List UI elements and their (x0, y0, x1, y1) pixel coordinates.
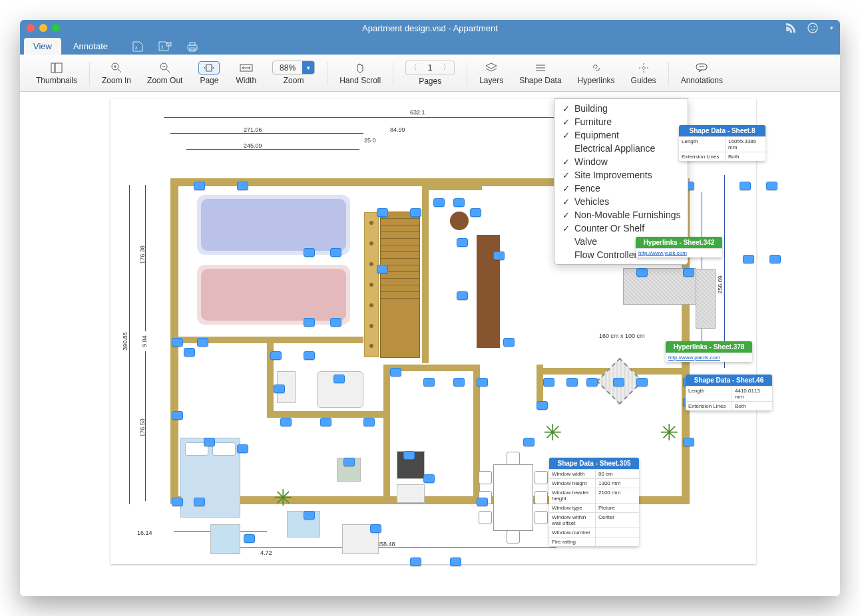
layer-item-vehicles[interactable]: ✓Vehicles (554, 195, 688, 208)
window-title: Apartment design.vsd - Appartment (20, 23, 840, 33)
layer-item-equipment[interactable]: ✓Equipment (554, 128, 688, 142)
plant-icon (543, 424, 563, 444)
pdf-mail-icon[interactable]: λ (158, 41, 172, 52)
zoom-in-button[interactable]: Zoom In (94, 61, 139, 85)
dining-table (480, 454, 546, 541)
page-prev-button[interactable]: 〈 (406, 62, 421, 73)
counter (397, 484, 425, 503)
svg-line-12 (118, 69, 121, 73)
layer-item-site[interactable]: ✓Site Improvements (554, 168, 688, 182)
svg-text:λ: λ (135, 45, 138, 50)
page-next-button[interactable]: 〉 (439, 62, 454, 73)
tab-annotate[interactable]: Annotate (64, 38, 117, 55)
sofa-blue (197, 195, 350, 255)
plant-icon (660, 424, 680, 444)
svg-rect-18 (206, 65, 212, 71)
shape-data-popup-305: Shape Data - Sheet.305 Window width80 cm… (549, 458, 639, 546)
svg-text:λ: λ (161, 45, 164, 49)
zoom-out-button[interactable]: Zoom Out (139, 61, 190, 85)
print-icon[interactable] (186, 41, 198, 52)
dimension-label: 160 cm x 100 cm (599, 333, 645, 339)
dimension-label: 245.09 (244, 142, 262, 149)
svg-rect-7 (190, 43, 195, 45)
hand-scroll-button[interactable]: Hand Scroll (331, 61, 389, 85)
staircase (380, 212, 420, 358)
dimension-label: 458.48 (377, 541, 395, 547)
dimension-label: 390.85 (122, 332, 128, 351)
titlebar: Apartment design.vsd - Appartment ▾ (20, 20, 840, 36)
shape-data-popup-46: Shape Data - Sheet.46 Length4410.0113 mm… (686, 375, 772, 410)
sofa-red (197, 265, 350, 325)
svg-rect-9 (51, 63, 55, 73)
dimension-label: 4.72 (260, 549, 272, 556)
canvas-area[interactable]: 632.1 271.06 84.99 245.09 25.0 176.38 39… (20, 92, 840, 596)
svg-point-0 (808, 23, 817, 33)
layer-item-window[interactable]: ✓Window (554, 155, 688, 168)
pdf-icon[interactable]: λ (132, 41, 144, 52)
hyperlink[interactable]: http://www.plants.com (666, 353, 752, 362)
hyperlink-popup-378: Hyperlinks - Sheet.378 http://www.plants… (666, 341, 752, 362)
plant-icon (274, 490, 294, 510)
layers-button[interactable]: Layers (471, 61, 511, 85)
fit-width-button[interactable]: Width (228, 61, 264, 85)
page-number[interactable]: 1 (421, 63, 439, 73)
dimension-label: 25.0 (364, 137, 376, 144)
chevron-down-icon[interactable]: ▾ (830, 25, 833, 31)
document-canvas[interactable]: 632.1 271.06 84.99 245.09 25.0 176.38 39… (110, 98, 756, 564)
tab-view[interactable]: View (24, 38, 61, 55)
chevron-down-icon[interactable]: ▾ (302, 61, 314, 74)
svg-line-16 (166, 69, 170, 73)
fit-page-button[interactable]: Page (190, 61, 228, 85)
svg-point-2 (814, 26, 815, 27)
pages-control: 〈 1 〉 Pages (397, 61, 463, 86)
layer-item-furniture[interactable]: ✓Furniture (554, 115, 688, 128)
rss-icon[interactable] (786, 23, 795, 33)
app-window: Apartment design.vsd - Appartment ▾ View… (20, 20, 840, 596)
layer-item-electrical[interactable]: Electrical Appliance (554, 142, 688, 155)
hyperlink[interactable]: http://www.yusk.com (636, 249, 722, 257)
hyperlinks-button[interactable]: Hyperlinks (570, 61, 623, 85)
dimension-label: 271.06 (244, 126, 262, 133)
annotations-button[interactable]: Annotations (673, 61, 731, 85)
dimension-label: 632.1 (410, 109, 425, 116)
shape-data-button[interactable]: Shape Data (511, 61, 569, 85)
bed (180, 438, 240, 518)
zoom-select[interactable]: 88% ▾ Zoom (264, 61, 323, 85)
svg-rect-10 (55, 63, 62, 73)
layer-item-nonmovable[interactable]: ✓Non-Movable Furnishings (554, 208, 688, 222)
smiley-icon[interactable] (807, 23, 818, 33)
toolbar: Thumbnails Zoom In Zoom Out Page Width 8… (20, 55, 840, 92)
washer-icon (210, 524, 240, 554)
dimension-label: 256.69 (717, 275, 724, 294)
svg-point-1 (811, 26, 812, 27)
layer-item-building[interactable]: ✓Building (554, 102, 688, 115)
round-table (450, 212, 469, 230)
dimension-label: 9.84 (141, 335, 148, 347)
dimension-label: 16.14 (137, 530, 152, 536)
shape-data-popup-8: Shape Data - Sheet.8 Length16055.3386 mm… (679, 125, 765, 161)
hyperlink-popup-342: Hyperlinks - Sheet.342 http://www.yusk.c… (636, 237, 722, 257)
guides-button[interactable]: Guides (623, 61, 664, 85)
thumbnails-button[interactable]: Thumbnails (28, 61, 85, 85)
layer-item-counter[interactable]: ✓Counter Or Shelf (554, 222, 688, 235)
layer-item-fence[interactable]: ✓Fence (554, 182, 688, 195)
tabbar: View Annotate λ λ (20, 36, 840, 55)
dimension-label: 84.99 (390, 126, 405, 133)
